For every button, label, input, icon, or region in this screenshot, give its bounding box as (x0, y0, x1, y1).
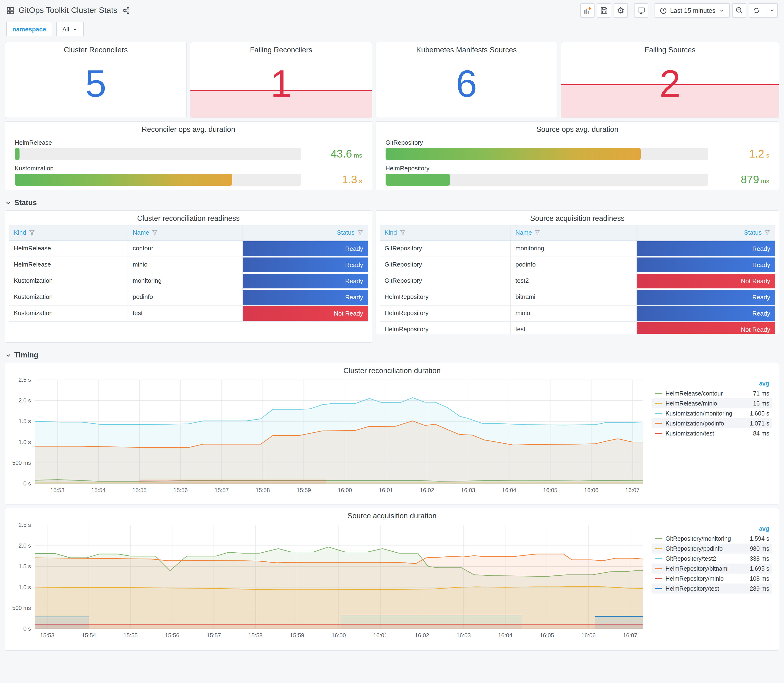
svg-text:1.5 s: 1.5 s (19, 563, 31, 569)
table-row: KustomizationmonitoringReady (9, 273, 368, 289)
column-header-status[interactable]: Status (242, 225, 368, 240)
gauge-label: Kustomization (15, 165, 362, 172)
svg-text:15:55: 15:55 (123, 632, 138, 638)
table-row: HelmReleaseminioReady (9, 257, 368, 273)
column-header-kind[interactable]: Kind (9, 225, 127, 240)
gauge-track (386, 174, 708, 186)
table-cell: GitRepository (380, 273, 510, 289)
panel-title[interactable]: Cluster Reconcilers (5, 42, 186, 54)
table-row: HelmRepositorybitnamiReady (380, 289, 775, 306)
svg-text:16:02: 16:02 (415, 632, 429, 638)
filter-icon (29, 230, 35, 236)
legend-avg-header[interactable]: avg (652, 525, 772, 534)
time-series-plot[interactable]: 15:5315:5415:5515:5615:5715:5815:5916:00… (6, 376, 649, 496)
zoom-out-button[interactable] (732, 3, 746, 18)
variable-value-dropdown[interactable]: All (56, 22, 84, 36)
svg-text:16:05: 16:05 (540, 632, 554, 638)
refresh-interval-dropdown[interactable] (766, 4, 778, 17)
section-row-status[interactable]: Status (6, 199, 778, 207)
refresh-icon[interactable] (749, 4, 763, 17)
panel-cluster-reconciliation-readiness: Cluster reconciliation readiness KindNam… (5, 210, 372, 343)
cycle-view-mode-button[interactable] (634, 3, 648, 18)
dashboard-content: Cluster Reconcilers 5 Failing Reconciler… (0, 42, 784, 651)
section-row-timing[interactable]: Timing (6, 351, 778, 359)
dashboard-settings-button[interactable]: ⚙ (613, 3, 628, 18)
bar-gauge-body: GitRepository1.2sHelmRepository879ms (376, 134, 779, 186)
panel-title[interactable]: Failing Reconcilers (191, 42, 372, 54)
table-cell: podinfo (510, 257, 636, 273)
panel-title[interactable]: Source acquisition duration (5, 508, 779, 520)
svg-text:15:56: 15:56 (173, 487, 188, 493)
legend-item[interactable]: GitRepository/test2338 ms (652, 553, 772, 564)
legend-item[interactable]: Kustomization/podinfo1.071 s (652, 418, 772, 428)
series-color-swatch (655, 548, 662, 549)
status-badge: Ready (637, 258, 775, 272)
column-header-name[interactable]: Name (127, 225, 242, 240)
legend-avg-header[interactable]: avg (652, 380, 772, 388)
legend-item[interactable]: HelmRepository/test289 ms (652, 584, 772, 593)
filter-icon (152, 230, 158, 236)
legend-item[interactable]: HelmRepository/bitnami1.695 s (652, 564, 772, 574)
panel-title[interactable]: Reconciler ops avg. duration (5, 122, 372, 134)
gauge-label: GitRepository (386, 139, 769, 146)
panel-title[interactable]: Kubernetes Manifests Sources (376, 42, 557, 54)
dashboard-variables: namespace All (0, 21, 784, 42)
gauge-fill (15, 148, 19, 160)
panel-title[interactable]: Source acquisition readiness (376, 211, 779, 223)
table-cell: GitRepository (380, 241, 510, 257)
status-badge: Ready (637, 241, 775, 256)
series-color-swatch (655, 402, 662, 404)
legend-item[interactable]: GitRepository/podinfo980 ms (652, 544, 772, 553)
stat-panel-failing-sources: Failing Sources 2 (561, 42, 779, 118)
share-icon[interactable] (122, 6, 130, 14)
legend-item[interactable]: HelmRelease/minio16 ms (652, 398, 772, 408)
series-color-swatch (655, 578, 662, 579)
svg-text:15:57: 15:57 (215, 487, 229, 493)
panel-title[interactable]: Failing Sources (561, 42, 779, 54)
legend-item[interactable]: HelmRepository/minio108 ms (652, 574, 772, 584)
gauge-fill (15, 174, 232, 186)
series-avg-value: 1.594 s (750, 535, 769, 542)
gauge-fill (386, 148, 641, 160)
legend-item[interactable]: HelmRelease/contour71 ms (652, 388, 772, 398)
svg-text:2.5 s: 2.5 s (19, 522, 31, 528)
readiness-table: KindNameStatusHelmReleasecontourReadyHel… (9, 225, 368, 322)
panel-title[interactable]: Source ops avg. duration (376, 122, 779, 134)
column-header-name[interactable]: Name (510, 225, 636, 240)
dashboards-grid-icon[interactable] (6, 6, 14, 14)
svg-text:16:03: 16:03 (461, 487, 475, 493)
svg-text:15:56: 15:56 (165, 632, 179, 638)
table-cell: HelmRepository (380, 322, 510, 334)
svg-text:15:59: 15:59 (297, 487, 311, 493)
svg-text:2.0 s: 2.0 s (19, 542, 31, 549)
svg-text:16:05: 16:05 (543, 487, 558, 493)
table-row: HelmReleasecontourReady (9, 241, 368, 257)
panel-title[interactable]: Cluster reconciliation duration (5, 363, 779, 375)
status-badge: Not Ready (243, 306, 368, 321)
column-header-kind[interactable]: Kind (380, 225, 510, 240)
time-range-picker[interactable]: Last 15 minutes (654, 3, 730, 18)
series-name: GitRepository/monitoring (665, 535, 750, 542)
save-dashboard-button[interactable] (597, 3, 611, 18)
gauge-value: 879ms (716, 173, 769, 186)
table-row: HelmRepositorytestNot Ready (380, 322, 775, 334)
legend-item[interactable]: GitRepository/monitoring1.594 s (652, 534, 772, 544)
gauge-value: 1.2s (716, 148, 769, 160)
stat-value: 1 (191, 65, 372, 103)
svg-text:1.0 s: 1.0 s (19, 584, 31, 590)
time-series-plot[interactable]: 15:5315:5415:5515:5615:5715:5815:5916:00… (6, 521, 649, 641)
status-badge: Ready (637, 306, 775, 321)
chart-legend: avgHelmRelease/contour71 msHelmRelease/m… (649, 376, 777, 503)
legend-item[interactable]: Kustomization/monitoring1.605 s (652, 408, 772, 418)
legend-item[interactable]: Kustomization/test84 ms (652, 428, 772, 438)
panel-title[interactable]: Cluster reconciliation readiness (5, 211, 372, 223)
svg-text:16:07: 16:07 (623, 632, 637, 638)
series-avg-value: 84 ms (753, 430, 769, 437)
stat-value: 6 (376, 65, 557, 103)
series-color-swatch (655, 588, 662, 589)
svg-text:16:01: 16:01 (373, 632, 388, 638)
svg-text:16:07: 16:07 (625, 487, 640, 493)
add-panel-button[interactable] (580, 3, 594, 18)
column-header-status[interactable]: Status (636, 225, 775, 240)
series-name: HelmRepository/bitnami (665, 565, 750, 572)
